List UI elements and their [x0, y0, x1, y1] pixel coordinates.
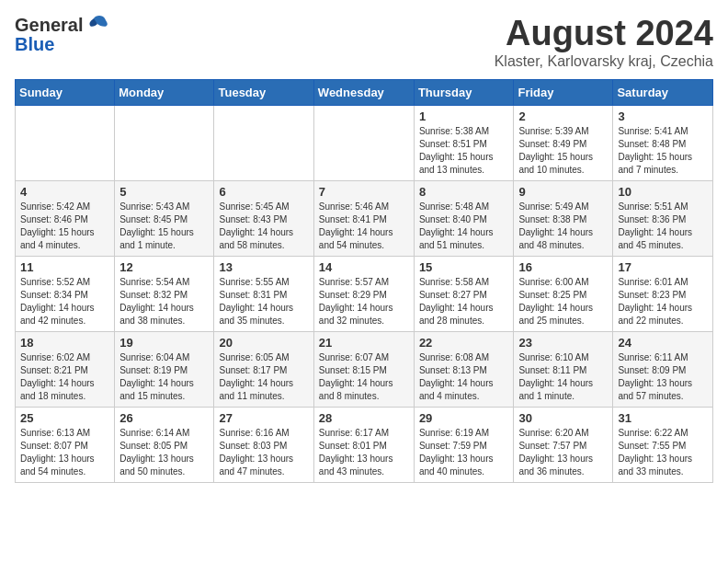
day-number: 12: [119, 260, 209, 274]
day-number: 11: [20, 260, 109, 274]
day-number: 5: [119, 185, 209, 199]
calendar-cell: [214, 105, 313, 180]
day-info: Sunrise: 5:42 AM Sunset: 8:46 PM Dayligh…: [20, 201, 109, 252]
day-info: Sunrise: 5:58 AM Sunset: 8:27 PM Dayligh…: [419, 276, 509, 327]
day-info: Sunrise: 6:04 AM Sunset: 8:19 PM Dayligh…: [119, 351, 209, 403]
day-number: 25: [20, 411, 109, 425]
day-info: Sunrise: 5:38 AM Sunset: 8:51 PM Dayligh…: [419, 125, 509, 177]
day-info: Sunrise: 5:51 AM Sunset: 8:36 PM Dayligh…: [618, 201, 708, 252]
calendar-cell: 28Sunrise: 6:17 AM Sunset: 8:01 PM Dayli…: [313, 407, 414, 482]
day-info: Sunrise: 5:39 AM Sunset: 8:49 PM Dayligh…: [518, 125, 608, 177]
day-info: Sunrise: 6:02 AM Sunset: 8:21 PM Dayligh…: [20, 351, 109, 403]
calendar-cell: 1Sunrise: 5:38 AM Sunset: 8:51 PM Daylig…: [414, 105, 514, 180]
calendar-cell: 31Sunrise: 6:22 AM Sunset: 7:55 PM Dayli…: [613, 407, 713, 482]
day-number: 19: [119, 336, 209, 350]
day-number: 9: [518, 185, 608, 199]
day-number: 16: [518, 260, 608, 274]
day-info: Sunrise: 5:49 AM Sunset: 8:38 PM Dayligh…: [518, 201, 608, 252]
calendar-cell: [16, 105, 115, 180]
logo-general-text: General: [15, 16, 83, 34]
calendar-week-row: 18Sunrise: 6:02 AM Sunset: 8:21 PM Dayli…: [16, 331, 713, 407]
calendar-cell: 10Sunrise: 5:51 AM Sunset: 8:36 PM Dayli…: [613, 180, 713, 256]
day-number: 28: [319, 411, 409, 425]
title-block: August 2024 Klaster, Karlovarsky kraj, C…: [495, 15, 713, 70]
calendar-cell: [313, 105, 414, 180]
day-number: 1: [419, 109, 509, 123]
day-info: Sunrise: 6:19 AM Sunset: 7:59 PM Dayligh…: [419, 427, 509, 478]
calendar-cell: 24Sunrise: 6:11 AM Sunset: 8:09 PM Dayli…: [613, 331, 713, 407]
day-number: 31: [618, 411, 708, 425]
day-info: Sunrise: 5:43 AM Sunset: 8:45 PM Dayligh…: [119, 201, 209, 252]
calendar-cell: 2Sunrise: 5:39 AM Sunset: 8:49 PM Daylig…: [514, 105, 613, 180]
day-info: Sunrise: 6:17 AM Sunset: 8:01 PM Dayligh…: [319, 427, 409, 478]
logo: General Blue: [15, 15, 108, 53]
day-info: Sunrise: 5:52 AM Sunset: 8:34 PM Dayligh…: [20, 276, 109, 327]
calendar-cell: 23Sunrise: 6:10 AM Sunset: 8:11 PM Dayli…: [514, 331, 613, 407]
calendar-location: Klaster, Karlovarsky kraj, Czechia: [495, 53, 713, 70]
day-number: 30: [518, 411, 608, 425]
day-number: 4: [20, 185, 109, 199]
calendar-cell: 15Sunrise: 5:58 AM Sunset: 8:27 PM Dayli…: [414, 256, 514, 331]
calendar-week-row: 1Sunrise: 5:38 AM Sunset: 8:51 PM Daylig…: [16, 105, 713, 180]
day-header-wednesday: Wednesday: [313, 79, 414, 105]
calendar-week-row: 4Sunrise: 5:42 AM Sunset: 8:46 PM Daylig…: [16, 180, 713, 256]
day-info: Sunrise: 6:16 AM Sunset: 8:03 PM Dayligh…: [219, 427, 308, 478]
calendar-cell: 20Sunrise: 6:05 AM Sunset: 8:17 PM Dayli…: [214, 331, 313, 407]
day-info: Sunrise: 6:07 AM Sunset: 8:15 PM Dayligh…: [319, 351, 409, 403]
day-info: Sunrise: 6:11 AM Sunset: 8:09 PM Dayligh…: [618, 351, 708, 403]
day-number: 22: [419, 336, 509, 350]
calendar-cell: 17Sunrise: 6:01 AM Sunset: 8:23 PM Dayli…: [613, 256, 713, 331]
day-info: Sunrise: 6:20 AM Sunset: 7:57 PM Dayligh…: [518, 427, 608, 478]
day-info: Sunrise: 6:05 AM Sunset: 8:17 PM Dayligh…: [219, 351, 308, 403]
calendar-cell: 18Sunrise: 6:02 AM Sunset: 8:21 PM Dayli…: [16, 331, 115, 407]
calendar-cell: [115, 105, 214, 180]
day-number: 15: [419, 260, 509, 274]
day-info: Sunrise: 6:01 AM Sunset: 8:23 PM Dayligh…: [618, 276, 708, 327]
calendar-week-row: 11Sunrise: 5:52 AM Sunset: 8:34 PM Dayli…: [16, 256, 713, 331]
day-info: Sunrise: 5:55 AM Sunset: 8:31 PM Dayligh…: [219, 276, 308, 327]
day-info: Sunrise: 5:54 AM Sunset: 8:32 PM Dayligh…: [119, 276, 209, 327]
day-header-sunday: Sunday: [16, 79, 115, 105]
day-number: 8: [419, 185, 509, 199]
day-number: 21: [319, 336, 409, 350]
calendar-cell: 9Sunrise: 5:49 AM Sunset: 8:38 PM Daylig…: [514, 180, 613, 256]
day-header-friday: Friday: [514, 79, 613, 105]
calendar-cell: 27Sunrise: 6:16 AM Sunset: 8:03 PM Dayli…: [214, 407, 313, 482]
day-info: Sunrise: 6:10 AM Sunset: 8:11 PM Dayligh…: [518, 351, 608, 403]
calendar-cell: 21Sunrise: 6:07 AM Sunset: 8:15 PM Dayli…: [313, 331, 414, 407]
day-number: 7: [319, 185, 409, 199]
day-info: Sunrise: 6:14 AM Sunset: 8:05 PM Dayligh…: [119, 427, 209, 478]
logo-blue-text: Blue: [15, 35, 108, 53]
calendar-cell: 25Sunrise: 6:13 AM Sunset: 8:07 PM Dayli…: [16, 407, 115, 482]
day-number: 2: [518, 109, 608, 123]
calendar-cell: 6Sunrise: 5:45 AM Sunset: 8:43 PM Daylig…: [214, 180, 313, 256]
calendar-cell: 22Sunrise: 6:08 AM Sunset: 8:13 PM Dayli…: [414, 331, 514, 407]
day-number: 29: [419, 411, 509, 425]
day-number: 24: [618, 336, 708, 350]
calendar-title: August 2024: [495, 15, 713, 53]
day-info: Sunrise: 5:41 AM Sunset: 8:48 PM Dayligh…: [618, 125, 708, 177]
calendar-cell: 8Sunrise: 5:48 AM Sunset: 8:40 PM Daylig…: [414, 180, 514, 256]
calendar-cell: 4Sunrise: 5:42 AM Sunset: 8:46 PM Daylig…: [16, 180, 115, 256]
page-header: General Blue August 2024 Klaster, Karlov…: [15, 15, 713, 70]
day-number: 14: [319, 260, 409, 274]
day-header-thursday: Thursday: [414, 79, 514, 105]
day-info: Sunrise: 5:46 AM Sunset: 8:41 PM Dayligh…: [319, 201, 409, 252]
day-info: Sunrise: 5:45 AM Sunset: 8:43 PM Dayligh…: [219, 201, 308, 252]
day-number: 26: [119, 411, 209, 425]
calendar-table: SundayMondayTuesdayWednesdayThursdayFrid…: [15, 79, 713, 483]
calendar-cell: 12Sunrise: 5:54 AM Sunset: 8:32 PM Dayli…: [115, 256, 214, 331]
calendar-cell: 13Sunrise: 5:55 AM Sunset: 8:31 PM Dayli…: [214, 256, 313, 331]
day-header-tuesday: Tuesday: [214, 79, 313, 105]
day-number: 27: [219, 411, 308, 425]
day-header-saturday: Saturday: [613, 79, 713, 105]
day-number: 17: [618, 260, 708, 274]
calendar-cell: 14Sunrise: 5:57 AM Sunset: 8:29 PM Dayli…: [313, 256, 414, 331]
day-number: 10: [618, 185, 708, 199]
logo-text: General Blue: [15, 15, 108, 53]
day-info: Sunrise: 6:00 AM Sunset: 8:25 PM Dayligh…: [518, 276, 608, 327]
day-info: Sunrise: 5:57 AM Sunset: 8:29 PM Dayligh…: [319, 276, 409, 327]
day-number: 18: [20, 336, 109, 350]
calendar-cell: 26Sunrise: 6:14 AM Sunset: 8:05 PM Dayli…: [115, 407, 214, 482]
day-info: Sunrise: 6:22 AM Sunset: 7:55 PM Dayligh…: [618, 427, 708, 478]
